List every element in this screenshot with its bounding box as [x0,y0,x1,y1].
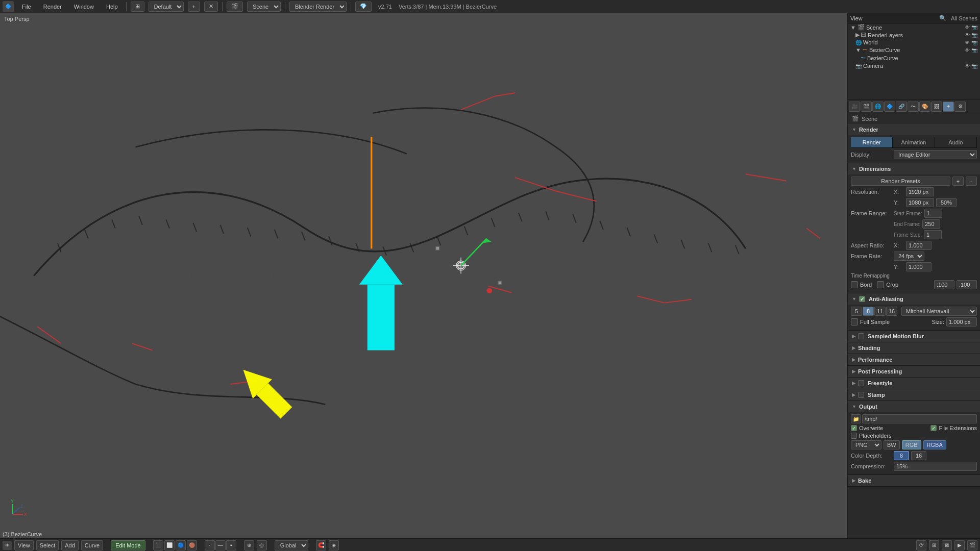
frame-step[interactable] [924,230,942,239]
outliner-camera[interactable]: 📷 Camera 👁 📷 [848,62,980,69]
depth-8-btn[interactable]: 8 [894,451,909,460]
cam-world[interactable]: 📷 [971,40,977,45]
mb-enabled-cb[interactable] [858,333,864,339]
bord-cb[interactable] [851,281,858,288]
curve-menu-btn[interactable]: Curve [81,540,103,550]
aa-header[interactable]: ▼ Anti-Aliasing [848,293,980,305]
menu-file[interactable]: File [18,3,35,11]
view-tools-2[interactable]: ⊞ [929,540,939,550]
outliner-renderlayers[interactable]: ▶ 🎞 RenderLayers 👁 📷 [848,31,980,39]
render-props-btn[interactable]: 🎥 [849,102,860,112]
layout-close-btn[interactable]: ✕ [204,2,218,12]
start-frame[interactable] [924,209,942,218]
render-section-header[interactable]: ▼ Render [848,124,980,135]
depth-16-btn[interactable]: 16 [911,451,926,460]
search-btn[interactable]: 🔍 [939,15,946,21]
eye-bezier[interactable]: 👁 [965,47,970,53]
data-props-btn[interactable]: 〜 [908,102,919,112]
aspect-y[interactable] [906,262,932,271]
stamp-header[interactable]: ▶ Stamp [848,389,980,400]
folder-btn[interactable]: 📁 [851,414,861,423]
frame-rate-select[interactable]: 24 fps [894,252,924,261]
scene-props-btn[interactable]: 🎬 [861,102,872,112]
resolution-pct[interactable] [936,198,957,207]
mb-header[interactable]: ▶ Sampled Motion Blur [848,331,980,342]
cam-bezier[interactable]: 📷 [971,47,977,53]
eye-world[interactable]: 👁 [965,40,970,45]
object-props-btn[interactable]: 🔷 [884,102,895,112]
dimensions-header[interactable]: ▼ Dimensions [848,163,980,174]
display-select[interactable]: Image Editor [894,150,977,159]
view-tools-1[interactable]: ⟳ [916,540,926,550]
format-select[interactable]: PNG [851,440,881,449]
eye-icon-scene[interactable]: 👁 [965,24,970,30]
menu-render[interactable]: Render [39,3,66,11]
material-btn[interactable]: 🎨 [919,102,930,112]
end-frame[interactable] [922,219,940,229]
aa-filter-select[interactable]: Mitchell-Netravali [901,307,977,316]
shade-tex-btn[interactable]: 🟤 [187,540,197,550]
edge-select-btn[interactable]: — [215,540,226,550]
view-layout-icons[interactable]: ⊞ [131,2,144,12]
constraints-btn[interactable]: 🔗 [896,102,907,112]
mode-badge[interactable]: Edit Mode [111,540,145,550]
cam-icon-scene[interactable]: 📷 [971,24,977,30]
full-sample-cb[interactable] [851,318,858,325]
outliner-view-btn[interactable]: View [850,15,863,21]
select-menu-btn[interactable]: Select [36,540,59,550]
view-tools-5[interactable]: 🎬 [967,540,977,550]
output-header[interactable]: ▼ Output [848,401,980,412]
layout-dropdown[interactable]: Default [149,2,184,12]
overwrite-cb[interactable] [851,425,857,431]
aa-11[interactable]: 11 [874,307,886,316]
shade-solid-btn[interactable]: ⬛ [153,540,163,550]
cam-cam[interactable]: 📷 [971,63,977,69]
shading-header[interactable]: ▶ Shading [848,342,980,354]
texture-btn[interactable]: 🖼 [931,102,942,112]
tab-audio[interactable]: Audio [935,137,977,147]
viewport-3d[interactable]: Top Persp X Y Z (3) BezierCurve [0,13,847,538]
compression-input[interactable] [894,462,977,471]
aa-8[interactable]: 8 [863,307,874,316]
physics-btn[interactable]: ⚙ [954,102,966,112]
resolution-x[interactable] [906,187,934,196]
scene-icon[interactable]: 🎬 [227,2,243,12]
add-menu-btn[interactable]: Add [61,540,79,550]
aa-enabled-cb[interactable] [859,296,865,302]
view-menu-btn[interactable]: View [14,540,34,550]
aa-5[interactable]: 5 [851,307,862,316]
placeholders-cb[interactable] [851,433,857,439]
remap-old[interactable] [934,280,954,289]
remap-new[interactable] [957,280,977,289]
view-tools-4[interactable]: ▶ [954,540,965,550]
bake-header[interactable]: ▶ Bake [848,475,980,486]
snap-btn[interactable]: 🧲 [316,540,326,550]
eye-cam[interactable]: 👁 [965,63,970,69]
blender-logo[interactable]: 🔷 [3,1,14,12]
proportional-btn[interactable]: ◎ [257,540,267,550]
outliner-world[interactable]: 🌐 World 👁 📷 [848,39,980,46]
outliner-beziercurve[interactable]: ▼ 〜 BezierCurve 👁 📷 [848,46,980,54]
presets-icon-btn2[interactable]: - [966,177,977,186]
aa-16[interactable]: 16 [886,307,897,316]
layout-add-btn[interactable]: + [188,2,200,12]
eye-rl[interactable]: 👁 [965,32,970,38]
stamp-enabled-cb[interactable] [858,392,864,398]
viewport-type-icon[interactable]: 👁 [3,541,12,550]
shade-wire-btn[interactable]: ⬜ [164,540,175,550]
transform-orient-select[interactable]: Global [275,540,308,550]
all-scenes-btn[interactable]: All Scenes [951,15,977,21]
particles-btn[interactable]: ✦ [943,102,954,112]
rgb-btn[interactable]: RGB [902,440,921,449]
snap-target-btn[interactable]: ◈ [329,540,339,550]
world-props-btn[interactable]: 🌐 [872,102,884,112]
pp-header[interactable]: ▶ Post Processing [848,366,980,377]
fs-enabled-cb[interactable] [858,380,864,386]
shade-mat-btn[interactable]: 🔵 [176,540,186,550]
file-ext-cb[interactable] [930,425,937,431]
pivot-btn[interactable]: ⊕ [244,540,254,550]
render-presets-btn[interactable]: Render Presets [851,177,950,186]
scene-dropdown[interactable]: Scene [247,2,281,12]
tab-animation[interactable]: Animation [893,137,935,147]
tab-render[interactable]: Render [851,137,893,147]
